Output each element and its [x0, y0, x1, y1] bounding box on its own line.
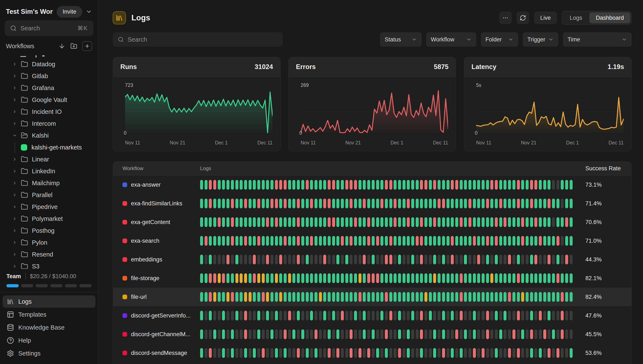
log-pill[interactable]: [552, 198, 555, 208]
log-pill[interactable]: [367, 348, 370, 358]
log-pill[interactable]: [336, 236, 339, 246]
log-pill[interactable]: [402, 236, 405, 246]
log-pill[interactable]: [240, 198, 243, 208]
log-pill[interactable]: [534, 273, 537, 283]
log-pill[interactable]: [517, 330, 520, 339]
log-pill[interactable]: [420, 273, 423, 283]
log-pill[interactable]: [235, 348, 238, 358]
log-pill[interactable]: [350, 330, 353, 339]
log-pill[interactable]: [477, 292, 480, 302]
log-pill[interactable]: [266, 236, 269, 246]
log-pill[interactable]: [292, 198, 295, 208]
sidebar-folder-intercom[interactable]: Intercom: [5, 118, 93, 130]
log-pill[interactable]: [512, 255, 515, 264]
log-pill[interactable]: [433, 292, 436, 302]
log-pill[interactable]: [534, 330, 537, 339]
log-pill[interactable]: [389, 180, 392, 190]
log-pill[interactable]: [504, 217, 507, 227]
log-pill[interactable]: [407, 198, 410, 208]
log-pill[interactable]: [495, 348, 498, 358]
log-pill[interactable]: [323, 180, 326, 190]
log-pill[interactable]: [512, 348, 515, 358]
new-folder-icon[interactable]: [70, 43, 77, 50]
log-pill[interactable]: [473, 292, 476, 302]
log-pill[interactable]: [319, 198, 322, 208]
log-pill[interactable]: [521, 217, 524, 227]
log-pill[interactable]: [262, 198, 265, 208]
log-pill[interactable]: [288, 255, 291, 264]
log-pill[interactable]: [314, 330, 317, 339]
log-pill[interactable]: [424, 273, 427, 283]
log-pill[interactable]: [543, 236, 546, 246]
log-pill[interactable]: [393, 180, 396, 190]
table-row-exa-getcontent[interactable]: exa-getContent70.6%: [113, 213, 631, 232]
log-pill[interactable]: [227, 198, 230, 208]
log-pill[interactable]: [341, 217, 344, 227]
log-pill[interactable]: [411, 311, 414, 320]
log-pill[interactable]: [266, 330, 269, 339]
log-pill[interactable]: [416, 236, 419, 246]
log-pill[interactable]: [240, 180, 243, 190]
sidebar-folder-posthog[interactable]: Posthog: [5, 225, 93, 236]
log-pill[interactable]: [407, 217, 410, 227]
log-pill[interactable]: [372, 311, 375, 320]
log-pill[interactable]: [433, 273, 436, 283]
log-pill[interactable]: [310, 311, 313, 320]
log-pill[interactable]: [385, 217, 388, 227]
sidebar-item-logs[interactable]: Logs: [3, 296, 95, 308]
log-pill[interactable]: [336, 180, 339, 190]
log-pill[interactable]: [539, 292, 542, 302]
log-pill[interactable]: [526, 236, 529, 246]
log-pill[interactable]: [565, 330, 568, 339]
log-pill[interactable]: [253, 217, 256, 227]
log-pill[interactable]: [297, 180, 300, 190]
log-pill[interactable]: [438, 180, 441, 190]
log-pill[interactable]: [411, 330, 414, 339]
log-pill[interactable]: [262, 255, 265, 264]
log-pill[interactable]: [570, 198, 573, 208]
sidebar-folder-gitlab[interactable]: Gitlab: [5, 70, 93, 82]
log-pill[interactable]: [385, 255, 388, 264]
filter-trigger[interactable]: Trigger: [523, 32, 558, 47]
log-pill[interactable]: [367, 273, 370, 283]
log-pill[interactable]: [200, 217, 203, 227]
log-pill[interactable]: [526, 198, 529, 208]
log-pill[interactable]: [257, 198, 260, 208]
log-pill[interactable]: [543, 348, 546, 358]
log-pill[interactable]: [477, 180, 480, 190]
log-pill[interactable]: [438, 292, 441, 302]
log-pill[interactable]: [227, 292, 230, 302]
log-pill[interactable]: [508, 217, 511, 227]
log-pill[interactable]: [464, 198, 467, 208]
log-pill[interactable]: [477, 330, 480, 339]
log-pill[interactable]: [323, 236, 326, 246]
log-pill[interactable]: [455, 330, 458, 339]
log-pill[interactable]: [534, 348, 537, 358]
log-pill[interactable]: [411, 292, 414, 302]
log-pill[interactable]: [213, 292, 216, 302]
log-pill[interactable]: [530, 255, 533, 264]
log-pill[interactable]: [477, 273, 480, 283]
log-pill[interactable]: [464, 180, 467, 190]
log-pill[interactable]: [200, 348, 203, 358]
log-pill[interactable]: [407, 292, 410, 302]
log-pill[interactable]: [389, 311, 392, 320]
log-pill[interactable]: [398, 217, 401, 227]
log-pill[interactable]: [244, 311, 247, 320]
sidebar-folder-incident-io[interactable]: Incident IO: [5, 106, 93, 118]
log-pill[interactable]: [521, 311, 524, 320]
log-pill[interactable]: [231, 255, 234, 264]
log-pill[interactable]: [319, 217, 322, 227]
log-pill[interactable]: [495, 273, 498, 283]
log-pill[interactable]: [460, 180, 463, 190]
log-pill[interactable]: [521, 292, 524, 302]
log-pill[interactable]: [358, 348, 361, 358]
log-pill[interactable]: [393, 330, 396, 339]
table-row-exa-answer[interactable]: exa-answer73.1%: [113, 176, 631, 194]
log-pill[interactable]: [358, 311, 361, 320]
log-pill[interactable]: [257, 180, 260, 190]
log-pill[interactable]: [486, 292, 489, 302]
log-pill[interactable]: [380, 180, 383, 190]
log-pill[interactable]: [323, 330, 326, 339]
log-pill[interactable]: [508, 236, 511, 246]
